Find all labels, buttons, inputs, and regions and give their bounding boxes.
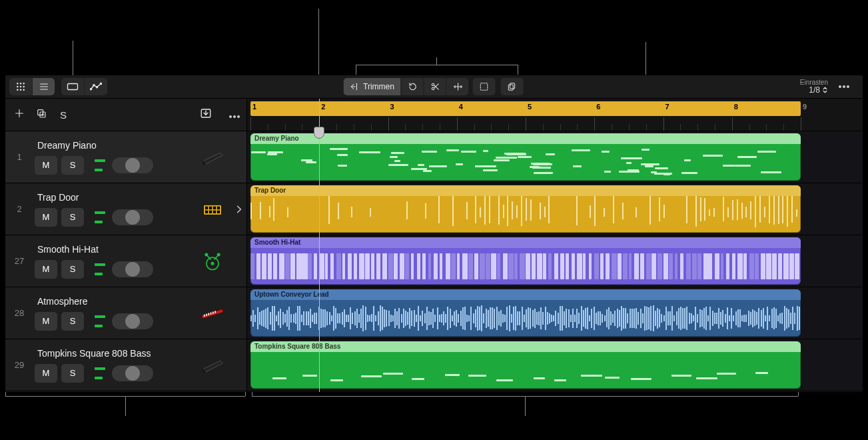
marquee-tool-button[interactable] bbox=[473, 78, 496, 95]
svg-point-7 bbox=[20, 89, 21, 90]
track-header[interactable]: 29 Tompkins Square 808 Bass M S bbox=[5, 339, 246, 391]
track-instrument-icon[interactable] bbox=[193, 287, 232, 339]
svg-rect-62 bbox=[208, 313, 209, 315]
loop-mode-button[interactable] bbox=[401, 78, 424, 95]
view-tracklist-button[interactable] bbox=[32, 78, 55, 95]
import-button[interactable] bbox=[200, 107, 212, 122]
snap-value: 1/8 bbox=[809, 86, 820, 94]
track-disclosure[interactable] bbox=[232, 131, 246, 183]
solo-button[interactable]: S bbox=[61, 208, 84, 227]
track-name[interactable]: Tompkins Square 808 Bass bbox=[33, 348, 193, 359]
track-index: 27 bbox=[5, 235, 33, 287]
svg-rect-27 bbox=[509, 85, 514, 90]
svg-point-40 bbox=[233, 115, 236, 118]
volume-slider[interactable] bbox=[112, 365, 153, 381]
automation-icon bbox=[90, 82, 102, 91]
view-region-button[interactable] bbox=[61, 78, 84, 95]
track-header-panel: S 1 Dreamy Piano M S bbox=[5, 99, 247, 392]
mute-button[interactable]: M bbox=[35, 260, 57, 279]
svg-point-4 bbox=[20, 86, 21, 87]
region-name: Smooth Hi-Hat bbox=[250, 237, 801, 248]
multi-select-button[interactable] bbox=[501, 78, 524, 95]
track-name[interactable]: Trap Door bbox=[33, 192, 193, 203]
svg-marker-66 bbox=[203, 361, 222, 372]
track-disclosure[interactable] bbox=[232, 287, 246, 339]
copies-icon bbox=[508, 82, 517, 91]
svg-point-28 bbox=[839, 85, 841, 88]
add-track-button[interactable] bbox=[12, 108, 27, 122]
level-meter bbox=[95, 263, 108, 275]
playhead[interactable] bbox=[319, 99, 320, 392]
ruler[interactable]: 123456789 bbox=[247, 99, 863, 131]
trim-mode-button[interactable]: Trimmen bbox=[343, 78, 401, 95]
region-row[interactable]: Smooth Hi-Hat bbox=[247, 235, 863, 287]
callout-bracket bbox=[356, 65, 518, 65]
track-disclosure[interactable] bbox=[232, 339, 246, 391]
track-header[interactable]: 2 Trap Door M S bbox=[5, 183, 246, 235]
track-instrument-icon[interactable] bbox=[193, 235, 232, 287]
svg-marker-59 bbox=[202, 309, 224, 319]
ruler-bar-label: 5 bbox=[528, 103, 532, 111]
loop-icon bbox=[408, 82, 417, 91]
track-name[interactable]: Smooth Hi-Hat bbox=[33, 244, 193, 255]
playhead-grip[interactable] bbox=[314, 127, 324, 139]
callout-bracket bbox=[356, 65, 356, 75]
view-grid-button[interactable] bbox=[9, 78, 32, 95]
svg-rect-61 bbox=[206, 313, 207, 315]
region-row[interactable]: Tompkins Square 808 Bass bbox=[247, 339, 863, 391]
toolbar-more-button[interactable] bbox=[833, 78, 855, 95]
mute-button[interactable]: M bbox=[35, 312, 57, 331]
ruler-bar-label: 2 bbox=[321, 103, 325, 111]
solo-button[interactable]: S bbox=[61, 260, 84, 279]
region-row[interactable]: Trap Door bbox=[247, 183, 863, 235]
volume-slider[interactable] bbox=[112, 209, 153, 225]
volume-slider[interactable] bbox=[112, 157, 153, 173]
duplicate-track-button[interactable] bbox=[36, 108, 47, 121]
split-mode-button[interactable] bbox=[424, 78, 446, 95]
move-mode-button[interactable] bbox=[446, 78, 469, 95]
callout-bracket bbox=[518, 65, 518, 75]
callout-line bbox=[73, 41, 73, 75]
svg-point-0 bbox=[17, 83, 18, 84]
cycle-range[interactable] bbox=[250, 101, 801, 116]
solo-button[interactable]: S bbox=[61, 312, 84, 331]
region-row[interactable]: Dreamy Piano bbox=[247, 131, 863, 183]
toolbar: Trimmen bbox=[5, 75, 863, 99]
track-instrument-icon[interactable] bbox=[193, 131, 232, 183]
track-header[interactable]: 28 Atmosphere M S bbox=[5, 287, 246, 339]
svg-rect-63 bbox=[211, 312, 212, 314]
solo-button[interactable]: S bbox=[61, 156, 84, 175]
svg-point-1 bbox=[20, 83, 21, 84]
track-header[interactable]: 27 Smooth Hi-Hat M S bbox=[5, 235, 246, 287]
regions-area[interactable]: Dreamy PianoTrap DoorSmooth Hi-HatUptown… bbox=[247, 131, 863, 391]
track-disclosure[interactable] bbox=[232, 235, 246, 287]
track-name[interactable]: Dreamy Piano bbox=[33, 140, 193, 151]
arrange-area[interactable]: 123456789 Dreamy PianoTrap DoorSmooth Hi… bbox=[247, 99, 863, 392]
region-row[interactable]: Uptown Conveyor Lead bbox=[247, 287, 863, 339]
track-instrument-icon[interactable] bbox=[193, 339, 232, 391]
view-automation-button[interactable] bbox=[84, 78, 107, 95]
track-header[interactable]: 1 Dreamy Piano M S bbox=[5, 131, 246, 183]
track-instrument-icon[interactable] bbox=[193, 183, 232, 235]
global-solo-button[interactable]: S bbox=[60, 109, 67, 121]
region[interactable]: Uptown Conveyor Lead bbox=[250, 289, 801, 337]
mute-button[interactable]: M bbox=[35, 364, 57, 383]
mute-button[interactable]: M bbox=[35, 156, 57, 175]
region[interactable]: Tompkins Square 808 Bass bbox=[250, 341, 801, 389]
region[interactable]: Trap Door bbox=[250, 185, 801, 233]
region[interactable]: Smooth Hi-Hat bbox=[250, 237, 801, 285]
callout-line bbox=[318, 9, 319, 75]
svg-point-57 bbox=[205, 253, 207, 255]
track-name[interactable]: Atmosphere bbox=[33, 296, 193, 307]
solo-button[interactable]: S bbox=[61, 364, 84, 383]
level-meter bbox=[95, 211, 108, 223]
mute-button[interactable]: M bbox=[35, 208, 57, 227]
region-name: Uptown Conveyor Lead bbox=[250, 289, 801, 300]
region[interactable]: Dreamy Piano bbox=[250, 133, 801, 181]
snap-selector[interactable]: Einrasten 1/8 bbox=[800, 79, 828, 94]
volume-slider[interactable] bbox=[112, 261, 153, 277]
volume-slider[interactable] bbox=[112, 313, 153, 329]
track-disclosure[interactable] bbox=[232, 183, 246, 235]
svg-rect-46 bbox=[209, 206, 212, 209]
track-header-more-button[interactable] bbox=[229, 109, 240, 121]
